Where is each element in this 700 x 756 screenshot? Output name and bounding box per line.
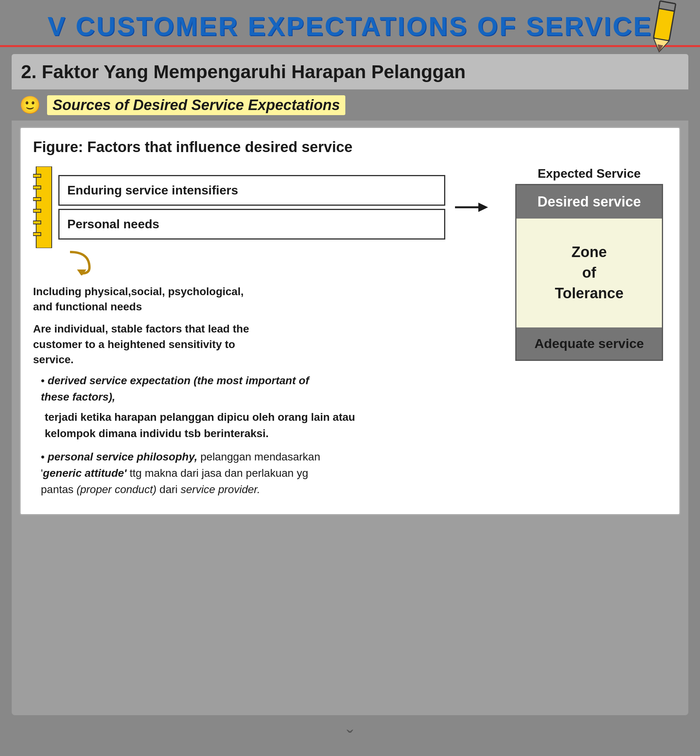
- bullet2-bold: personal service philosophy,: [48, 451, 198, 463]
- personal-needs-box: Personal needs: [58, 209, 445, 240]
- enduring-service-box: Enduring service intensifiers: [58, 175, 445, 206]
- adequate-service-box: Adequate service: [516, 327, 662, 360]
- pencil-icon: [642, 0, 688, 54]
- zone-text: ZoneofTolerance: [555, 244, 624, 301]
- svg-rect-6: [33, 174, 41, 177]
- including-text: Including physical,social, psychological…: [33, 284, 259, 314]
- smiley-icon: 🙂: [19, 95, 41, 115]
- notebook-svg: [33, 166, 54, 248]
- diagram-row: Enduring service intensifiers Personal n…: [33, 166, 496, 248]
- service-stack: Desired service ZoneofTolerance Adequate…: [515, 184, 663, 361]
- left-section: Enduring service intensifiers Personal n…: [33, 166, 496, 502]
- footer-mark: ˇ: [346, 726, 353, 749]
- red-divider: [0, 45, 700, 47]
- footer-area: ˇ: [0, 722, 700, 753]
- bullet2-text: • personal service philosophy, pelanggan…: [33, 449, 325, 498]
- main-content-box: 2. Faktor Yang Mempengaruhi Harapan Pela…: [12, 54, 688, 715]
- sub-heading-row: 🙂 Sources of Desired Service Expectation…: [12, 89, 688, 121]
- expected-service-text: Expected Service: [537, 166, 640, 180]
- svg-rect-7: [33, 186, 41, 189]
- section-heading-text: 2. Faktor Yang Mempengaruhi Harapan Pela…: [21, 61, 466, 82]
- header: V CUSTOMER EXPECTATIONS OF SERVICE: [0, 0, 700, 41]
- are-individual-text: Are individual, stable factors that lead…: [33, 321, 266, 367]
- page-title: V CUSTOMER EXPECTATIONS OF SERVICE: [8, 7, 692, 41]
- zone-tolerance-box: ZoneofTolerance: [516, 219, 662, 327]
- bullet1-bold: derived service expectation (the most im…: [41, 374, 309, 403]
- svg-rect-8: [33, 198, 41, 201]
- figure-layout: Enduring service intensifiers Personal n…: [33, 166, 667, 502]
- section-heading: 2. Faktor Yang Mempengaruhi Harapan Pela…: [12, 54, 688, 89]
- svg-rect-10: [33, 221, 41, 224]
- notebook-decoration: [33, 166, 54, 248]
- sub-heading-text: Sources of Desired Service Expectations: [47, 95, 345, 115]
- curved-arrow-area: [58, 248, 496, 277]
- desired-service-box: Desired service: [516, 185, 662, 219]
- svg-rect-11: [33, 233, 41, 236]
- bullet1-text: • derived service expectation (the most …: [33, 373, 325, 405]
- svg-rect-9: [33, 209, 41, 212]
- svg-marker-13: [478, 203, 488, 212]
- arrow-right: [453, 200, 488, 215]
- expected-service-label: Expected Service: [537, 166, 640, 181]
- curved-arrow-svg: [58, 248, 105, 275]
- content-panel: Figure: Factors that influence desired s…: [19, 127, 681, 515]
- input-boxes: Enduring service intensifiers Personal n…: [58, 175, 445, 240]
- right-section: Expected Service Desired service ZoneofT…: [511, 166, 667, 361]
- bullet1-normal: terjadi ketika harapan pelanggan dipicu …: [45, 409, 395, 442]
- figure-title: Figure: Factors that influence desired s…: [33, 139, 667, 156]
